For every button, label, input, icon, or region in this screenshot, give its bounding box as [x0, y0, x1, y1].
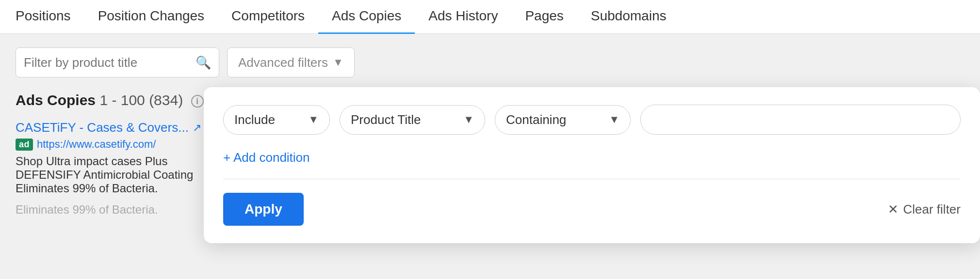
search-input-wrap: 🔍: [16, 47, 219, 78]
nav-item-pages[interactable]: Pages: [511, 0, 577, 34]
search-icon: 🔍: [196, 55, 211, 70]
panel-divider: [223, 179, 961, 179]
condition-label: Containing: [506, 112, 566, 127]
advanced-filters-button[interactable]: Advanced filters ▼: [227, 47, 355, 78]
ad-badge: ad: [16, 139, 33, 151]
ad-url[interactable]: https://www.casetify.com/: [37, 138, 156, 151]
nav-item-position-changes[interactable]: Position Changes: [84, 0, 218, 34]
external-link-icon: ↗: [193, 122, 201, 134]
condition-chevron-icon: ▼: [609, 113, 620, 126]
filter-row: Include ▼ Product Title ▼ Containing ▼: [223, 105, 961, 135]
clear-filter-button[interactable]: ✕ Clear filter: [888, 202, 961, 217]
include-label: Include: [234, 112, 275, 127]
info-icon[interactable]: i: [191, 95, 204, 108]
nav-item-ads-history[interactable]: Ads History: [415, 0, 511, 34]
nav-item-positions[interactable]: Positions: [16, 0, 84, 34]
ad-description: Shop Ultra impact cases Plus DEFENSIFY A…: [16, 155, 234, 195]
nav-item-subdomains[interactable]: Subdomains: [577, 0, 680, 34]
search-button[interactable]: 🔍: [196, 55, 211, 70]
include-dropdown[interactable]: Include ▼: [223, 105, 330, 135]
nav-item-ads-copies[interactable]: Ads Copies: [318, 0, 415, 34]
include-chevron-icon: ▼: [308, 113, 319, 126]
add-condition-button[interactable]: + Add condition: [223, 150, 310, 165]
add-condition-label: + Add condition: [223, 150, 310, 165]
clear-x-icon: ✕: [888, 202, 898, 217]
field-label: Product Title: [351, 112, 421, 127]
chevron-down-icon: ▼: [333, 56, 343, 69]
condition-dropdown[interactable]: Containing ▼: [495, 105, 631, 135]
field-dropdown[interactable]: Product Title ▼: [340, 105, 485, 135]
top-navigation: Positions Position Changes Competitors A…: [0, 0, 980, 34]
section-range: 1 - 100 (834): [99, 92, 187, 108]
search-row: 🔍 Advanced filters ▼: [16, 47, 964, 78]
section-title: Ads Copies: [16, 92, 96, 108]
advanced-filters-label: Advanced filters: [238, 55, 328, 70]
main-content: 🔍 Advanced filters ▼ Ads Copies 1 - 100 …: [0, 34, 980, 279]
clear-filter-label: Clear filter: [903, 202, 961, 217]
filters-panel: Include ▼ Product Title ▼ Containing ▼ +…: [204, 87, 980, 243]
panel-footer: Apply ✕ Clear filter: [223, 193, 961, 226]
filter-text-input[interactable]: [640, 105, 961, 135]
apply-button[interactable]: Apply: [223, 193, 304, 226]
search-input[interactable]: [24, 55, 196, 70]
nav-item-competitors[interactable]: Competitors: [218, 0, 318, 34]
field-chevron-icon: ▼: [463, 113, 474, 126]
